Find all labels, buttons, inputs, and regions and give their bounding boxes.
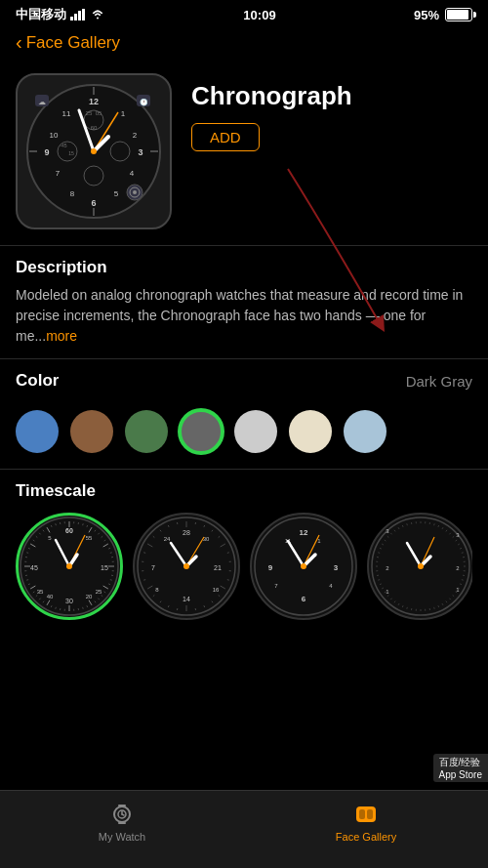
battery-icon (445, 8, 472, 21)
back-button[interactable]: ‹ Face Gallery (16, 31, 120, 54)
hero-section: 12 3 6 9 1 11 4 7 5 8 2 10 25 05 60 (0, 62, 488, 245)
status-right: 95% (414, 8, 472, 22)
svg-text:60: 60 (91, 125, 98, 131)
face-gallery-label: Face Gallery (336, 831, 396, 843)
svg-rect-0 (70, 17, 73, 21)
more-link[interactable]: more (46, 328, 77, 344)
svg-text:25: 25 (86, 110, 93, 116)
svg-text:8: 8 (70, 189, 75, 198)
svg-text:21: 21 (214, 564, 222, 571)
svg-text:55: 55 (86, 535, 93, 541)
nav-bar: ‹ Face Gallery (0, 27, 488, 62)
color-circle-brown[interactable] (70, 410, 113, 453)
timescale-title: Timescale (16, 481, 472, 501)
svg-text:20: 20 (86, 594, 93, 599)
svg-point-35 (91, 148, 97, 154)
svg-text:3: 3 (138, 147, 142, 157)
svg-point-248 (418, 563, 424, 569)
svg-rect-256 (359, 809, 365, 819)
svg-text:12: 12 (89, 97, 99, 106)
svg-rect-257 (367, 809, 373, 819)
svg-line-254 (122, 814, 124, 815)
description-title: Description (16, 258, 472, 277)
svg-text:14: 14 (183, 596, 190, 602)
back-label: Face Gallery (26, 33, 120, 53)
svg-text:🕐: 🕐 (140, 98, 148, 106)
color-circle-light-blue[interactable] (344, 410, 386, 453)
hero-info: Chronograph ADD (191, 73, 472, 151)
tab-bar: My Watch Face Gallery (0, 790, 488, 868)
watch-tab-icon (108, 801, 136, 828)
svg-text:40: 40 (47, 594, 54, 599)
watch-face-preview: 12 3 6 9 1 11 4 7 5 8 2 10 25 05 60 (16, 73, 172, 229)
description-section: Description Modeled on analog chronograp… (0, 245, 488, 358)
timescale-face-4[interactable]: 3 2 1 3 2 1 (367, 513, 472, 620)
watch-name: Chronograph (191, 81, 472, 111)
baidu-watermark: 百度/经验App Store (433, 754, 488, 782)
svg-text:7: 7 (151, 564, 155, 571)
svg-text:5: 5 (114, 189, 119, 198)
svg-point-118 (66, 563, 72, 569)
svg-text:05: 05 (96, 110, 102, 116)
signal-icon (70, 9, 86, 21)
svg-point-42 (133, 190, 137, 194)
tab-my-watch[interactable]: My Watch (0, 801, 244, 843)
svg-text:9: 9 (44, 147, 49, 157)
svg-text:4: 4 (130, 169, 135, 178)
main-content: 12 3 6 9 1 11 4 7 5 8 2 10 25 05 60 (0, 62, 488, 706)
svg-text:7: 7 (56, 169, 61, 178)
svg-text:35: 35 (37, 589, 44, 595)
timescale-face-3[interactable]: 12 3 6 9 1 11 4 7 (250, 513, 357, 620)
watch-face-svg: 12 3 6 9 1 11 4 7 5 8 2 10 25 05 60 (25, 83, 162, 220)
svg-rect-3 (82, 9, 85, 21)
svg-point-4 (97, 18, 99, 20)
color-circle-green[interactable] (125, 410, 168, 453)
battery-percent: 95% (414, 8, 439, 22)
svg-text:60: 60 (65, 527, 73, 534)
my-watch-label: My Watch (99, 831, 146, 843)
color-section: Color Dark Gray (0, 358, 488, 402)
time-text: 10:09 (243, 8, 275, 22)
svg-point-176 (301, 563, 306, 569)
svg-text:28: 28 (183, 529, 190, 536)
description-text: Modeled on analog chronograph watches th… (16, 285, 472, 347)
color-circle-light-gray[interactable] (234, 410, 277, 453)
color-circle-dark-gray[interactable] (180, 410, 223, 453)
svg-text:3: 3 (334, 563, 339, 572)
svg-text:1: 1 (121, 109, 126, 118)
carrier-text: 中国移动 (16, 6, 66, 23)
color-title: Color (16, 371, 59, 391)
color-circle-blue[interactable] (16, 410, 59, 453)
svg-text:15: 15 (101, 564, 108, 571)
svg-text:6: 6 (302, 595, 306, 603)
status-left: 中国移动 (16, 6, 105, 23)
svg-rect-1 (74, 14, 77, 21)
timescale-face-2[interactable]: 28 14 21 7 30 24 8 16 (133, 513, 240, 620)
svg-text:12: 12 (300, 528, 308, 537)
timescale-faces: 60 30 15 45 55 5 25 35 20 40 28 14 21 7 … (16, 513, 472, 620)
svg-text:45: 45 (30, 564, 38, 571)
wifi-icon (90, 9, 105, 21)
color-value: Dark Gray (406, 373, 472, 390)
svg-text:11: 11 (62, 109, 71, 118)
svg-text:-45: -45 (60, 143, 66, 148)
color-circle-cream[interactable] (289, 410, 332, 453)
svg-text:10: 10 (50, 131, 59, 140)
svg-text:☁: ☁ (38, 98, 46, 106)
timescale-section: Timescale 60 30 15 45 55 5 25 35 20 40 2… (0, 469, 488, 628)
status-bar: 中国移动 10:09 95% (0, 0, 488, 27)
svg-rect-2 (78, 11, 81, 21)
svg-text:2: 2 (133, 131, 138, 140)
gallery-tab-icon (352, 801, 380, 828)
add-button[interactable]: ADD (191, 123, 260, 151)
timescale-face-1[interactable]: 60 30 15 45 55 5 25 35 20 40 (16, 513, 123, 620)
svg-text:16: 16 (213, 587, 220, 593)
svg-text:6: 6 (91, 198, 96, 208)
color-circles (0, 402, 488, 469)
svg-text:24: 24 (164, 536, 171, 542)
svg-point-162 (183, 563, 189, 569)
svg-text:25: 25 (96, 589, 102, 595)
svg-text:9: 9 (268, 563, 273, 572)
chevron-left-icon: ‹ (16, 31, 22, 54)
tab-face-gallery[interactable]: Face Gallery (244, 801, 488, 843)
